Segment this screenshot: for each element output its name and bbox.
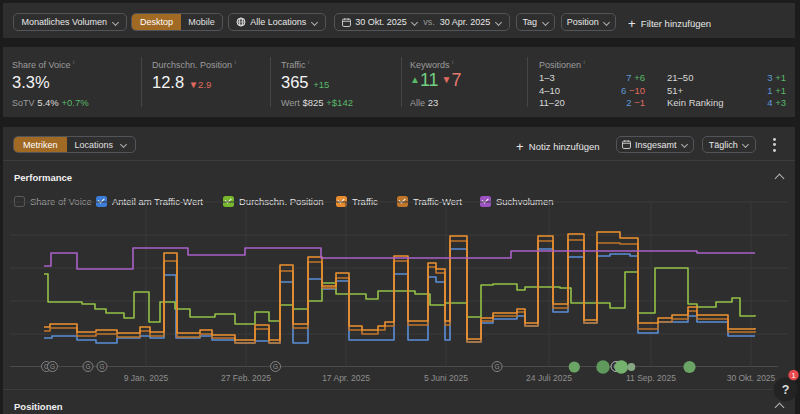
svg-text:G: G [99, 363, 104, 370]
svg-text:5 Juni 2025: 5 Juni 2025 [424, 373, 468, 383]
svg-text:30 Okt. 2025: 30 Okt. 2025 [727, 373, 776, 383]
svg-text:11 Sep. 2025: 11 Sep. 2025 [626, 373, 676, 383]
svg-text:?: ? [782, 383, 790, 397]
svg-text:G: G [50, 363, 55, 370]
svg-text:1: 1 [791, 371, 795, 380]
svg-text:9 Jan. 2025: 9 Jan. 2025 [124, 373, 169, 383]
svg-text:24 Juli 2025: 24 Juli 2025 [526, 373, 572, 383]
svg-text:G: G [85, 363, 90, 370]
svg-text:G: G [273, 363, 278, 370]
svg-text:17 Apr. 2025: 17 Apr. 2025 [322, 373, 370, 383]
svg-text:G: G [494, 363, 499, 370]
svg-text:27 Feb. 2025: 27 Feb. 2025 [221, 373, 271, 383]
